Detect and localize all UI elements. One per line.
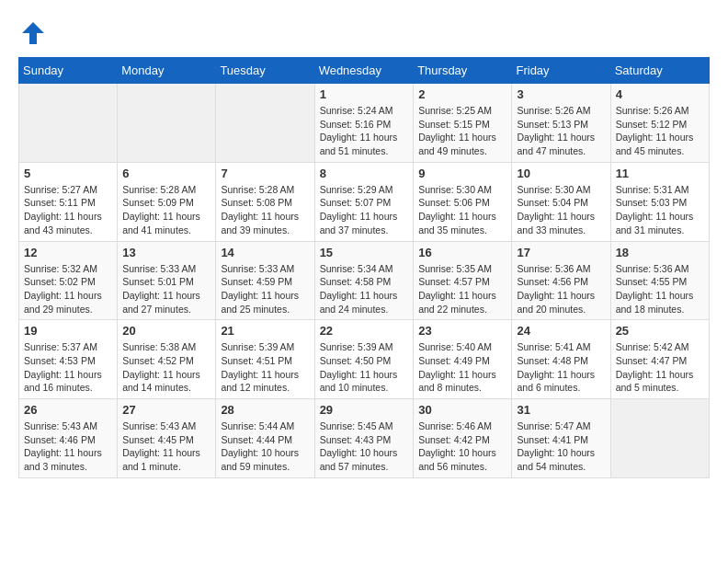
day-info: Sunrise: 5:27 AMSunset: 5:11 PMDaylight:…: [24, 183, 112, 237]
calendar-week-4: 19Sunrise: 5:37 AMSunset: 4:53 PMDayligh…: [19, 320, 710, 399]
day-number: 9: [418, 167, 506, 180]
day-number: 26: [24, 403, 112, 417]
weekday-header-monday: Monday: [118, 58, 216, 84]
day-number: 28: [221, 403, 309, 417]
day-number: 12: [24, 246, 112, 259]
calendar-week-2: 5Sunrise: 5:27 AMSunset: 5:11 PMDaylight…: [19, 162, 710, 241]
day-number: 2: [418, 87, 506, 101]
day-info: Sunrise: 5:26 AMSunset: 5:12 PMDaylight:…: [616, 104, 704, 158]
day-info: Sunrise: 5:43 AMSunset: 4:46 PMDaylight:…: [24, 419, 112, 474]
day-info: Sunrise: 5:32 AMSunset: 5:02 PMDaylight:…: [24, 262, 112, 316]
day-info: Sunrise: 5:33 AMSunset: 5:01 PMDaylight:…: [122, 262, 210, 316]
day-info: Sunrise: 5:36 AMSunset: 4:55 PMDaylight:…: [616, 262, 704, 316]
day-info: Sunrise: 5:42 AMSunset: 4:47 PMDaylight:…: [616, 340, 704, 395]
day-info: Sunrise: 5:44 AMSunset: 4:44 PMDaylight:…: [221, 419, 309, 474]
day-info: Sunrise: 5:40 AMSunset: 4:49 PMDaylight:…: [418, 340, 506, 395]
calendar-cell: 23Sunrise: 5:40 AMSunset: 4:49 PMDayligh…: [414, 320, 512, 399]
weekday-header-tuesday: Tuesday: [216, 58, 314, 84]
day-number: 30: [418, 403, 506, 417]
day-number: 5: [24, 167, 112, 180]
calendar-week-3: 12Sunrise: 5:32 AMSunset: 5:02 PMDayligh…: [19, 241, 710, 320]
day-number: 1: [320, 87, 409, 101]
weekday-header-friday: Friday: [512, 58, 610, 84]
calendar-cell: 6Sunrise: 5:28 AMSunset: 5:09 PMDaylight…: [118, 162, 216, 241]
logo-icon: [18, 18, 48, 48]
calendar-cell: 30Sunrise: 5:46 AMSunset: 4:42 PMDayligh…: [414, 399, 512, 478]
day-info: Sunrise: 5:36 AMSunset: 4:56 PMDaylight:…: [517, 262, 605, 316]
calendar-cell: [216, 84, 314, 163]
day-info: Sunrise: 5:29 AMSunset: 5:07 PMDaylight:…: [320, 183, 409, 237]
calendar-cell: 2Sunrise: 5:25 AMSunset: 5:15 PMDaylight…: [414, 84, 512, 163]
calendar-cell: 8Sunrise: 5:29 AMSunset: 5:07 PMDaylight…: [314, 162, 414, 241]
day-info: Sunrise: 5:34 AMSunset: 4:58 PMDaylight:…: [320, 262, 409, 316]
day-info: Sunrise: 5:30 AMSunset: 5:04 PMDaylight:…: [517, 183, 605, 237]
logo: [18, 18, 51, 48]
weekday-header-wednesday: Wednesday: [314, 58, 414, 84]
day-number: 19: [24, 324, 112, 338]
day-number: 16: [418, 246, 506, 259]
weekday-row: SundayMondayTuesdayWednesdayThursdayFrid…: [19, 58, 710, 84]
calendar-week-5: 26Sunrise: 5:43 AMSunset: 4:46 PMDayligh…: [19, 399, 710, 478]
day-info: Sunrise: 5:39 AMSunset: 4:51 PMDaylight:…: [221, 340, 309, 395]
day-number: 23: [418, 324, 506, 338]
calendar-cell: [118, 84, 216, 163]
calendar-cell: 19Sunrise: 5:37 AMSunset: 4:53 PMDayligh…: [19, 320, 118, 399]
day-number: 22: [320, 324, 409, 338]
calendar-cell: 10Sunrise: 5:30 AMSunset: 5:04 PMDayligh…: [512, 162, 610, 241]
calendar-cell: 14Sunrise: 5:33 AMSunset: 4:59 PMDayligh…: [216, 241, 314, 320]
day-number: 24: [517, 324, 605, 338]
calendar-cell: 18Sunrise: 5:36 AMSunset: 4:55 PMDayligh…: [610, 241, 709, 320]
weekday-header-saturday: Saturday: [610, 58, 709, 84]
day-number: 7: [221, 167, 309, 180]
day-number: 3: [517, 87, 605, 101]
calendar-cell: 5Sunrise: 5:27 AMSunset: 5:11 PMDaylight…: [19, 162, 118, 241]
calendar-cell: 1Sunrise: 5:24 AMSunset: 5:16 PMDaylight…: [314, 84, 414, 163]
day-info: Sunrise: 5:41 AMSunset: 4:48 PMDaylight:…: [517, 340, 605, 395]
calendar-cell: [19, 84, 118, 163]
day-number: 15: [320, 246, 409, 259]
day-number: 29: [320, 403, 409, 417]
calendar-cell: 28Sunrise: 5:44 AMSunset: 4:44 PMDayligh…: [216, 399, 314, 478]
calendar-cell: 31Sunrise: 5:47 AMSunset: 4:41 PMDayligh…: [512, 399, 610, 478]
day-number: 21: [221, 324, 309, 338]
weekday-header-sunday: Sunday: [19, 58, 118, 84]
calendar-cell: 25Sunrise: 5:42 AMSunset: 4:47 PMDayligh…: [610, 320, 709, 399]
day-info: Sunrise: 5:26 AMSunset: 5:13 PMDaylight:…: [517, 104, 605, 158]
day-info: Sunrise: 5:39 AMSunset: 4:50 PMDaylight:…: [320, 340, 409, 395]
day-info: Sunrise: 5:38 AMSunset: 4:52 PMDaylight:…: [122, 340, 210, 395]
day-info: Sunrise: 5:43 AMSunset: 4:45 PMDaylight:…: [122, 419, 210, 474]
calendar-cell: 12Sunrise: 5:32 AMSunset: 5:02 PMDayligh…: [19, 241, 118, 320]
calendar-header: SundayMondayTuesdayWednesdayThursdayFrid…: [19, 58, 710, 84]
day-info: Sunrise: 5:24 AMSunset: 5:16 PMDaylight:…: [320, 104, 409, 158]
calendar-cell: 27Sunrise: 5:43 AMSunset: 4:45 PMDayligh…: [118, 399, 216, 478]
calendar-cell: 15Sunrise: 5:34 AMSunset: 4:58 PMDayligh…: [314, 241, 414, 320]
svg-marker-0: [22, 22, 44, 44]
day-info: Sunrise: 5:46 AMSunset: 4:42 PMDaylight:…: [418, 419, 506, 474]
day-number: 8: [320, 167, 409, 180]
calendar-cell: 26Sunrise: 5:43 AMSunset: 4:46 PMDayligh…: [19, 399, 118, 478]
calendar-table: SundayMondayTuesdayWednesdayThursdayFrid…: [18, 57, 710, 478]
calendar-cell: 7Sunrise: 5:28 AMSunset: 5:08 PMDaylight…: [216, 162, 314, 241]
day-number: 17: [517, 246, 605, 259]
day-info: Sunrise: 5:31 AMSunset: 5:03 PMDaylight:…: [616, 183, 704, 237]
day-number: 14: [221, 246, 309, 259]
day-number: 10: [517, 167, 605, 180]
day-info: Sunrise: 5:37 AMSunset: 4:53 PMDaylight:…: [24, 340, 112, 395]
calendar-cell: 22Sunrise: 5:39 AMSunset: 4:50 PMDayligh…: [314, 320, 414, 399]
page-header: [18, 18, 710, 48]
day-number: 27: [122, 403, 210, 417]
calendar-cell: 13Sunrise: 5:33 AMSunset: 5:01 PMDayligh…: [118, 241, 216, 320]
weekday-header-thursday: Thursday: [414, 58, 512, 84]
day-number: 6: [122, 167, 210, 180]
day-info: Sunrise: 5:33 AMSunset: 4:59 PMDaylight:…: [221, 262, 309, 316]
day-number: 11: [616, 167, 704, 180]
calendar-cell: 17Sunrise: 5:36 AMSunset: 4:56 PMDayligh…: [512, 241, 610, 320]
calendar-cell: 21Sunrise: 5:39 AMSunset: 4:51 PMDayligh…: [216, 320, 314, 399]
calendar-cell: 20Sunrise: 5:38 AMSunset: 4:52 PMDayligh…: [118, 320, 216, 399]
calendar-cell: 11Sunrise: 5:31 AMSunset: 5:03 PMDayligh…: [610, 162, 709, 241]
calendar-cell: [610, 399, 709, 478]
calendar-cell: 16Sunrise: 5:35 AMSunset: 4:57 PMDayligh…: [414, 241, 512, 320]
day-number: 31: [517, 403, 605, 417]
day-info: Sunrise: 5:47 AMSunset: 4:41 PMDaylight:…: [517, 419, 605, 474]
day-info: Sunrise: 5:28 AMSunset: 5:09 PMDaylight:…: [122, 183, 210, 237]
